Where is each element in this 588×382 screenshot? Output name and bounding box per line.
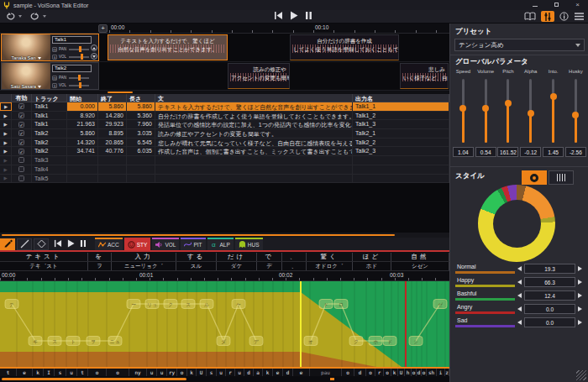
word-cell[interactable]: ほど — [353, 253, 391, 261]
pan-thumb[interactable] — [78, 75, 81, 81]
phoneme-cell[interactable]: d — [244, 369, 254, 376]
maximize-icon[interactable] — [554, 2, 559, 8]
phoneme-cell[interactable]: i — [437, 369, 445, 376]
phoneme-cell[interactable]: u — [235, 369, 244, 376]
increase-arrow[interactable] — [578, 306, 582, 311]
decrease-arrow[interactable] — [517, 266, 522, 271]
track-up-button[interactable] — [91, 44, 97, 51]
table-row[interactable]: ▶Talk5 — [0, 175, 449, 184]
phoneme-cell[interactable]: u — [66, 369, 77, 376]
word-cell[interactable]: を — [88, 253, 112, 261]
timeline-clip[interactable]: 悲しみいく様子など、自由 — [400, 63, 449, 89]
preset-dropdown[interactable]: テンション高め — [454, 39, 585, 51]
row-play-button[interactable]: ▶ — [0, 175, 12, 183]
info-icon[interactable] — [559, 12, 570, 22]
tab-hus[interactable]: HUS — [235, 238, 263, 250]
phoneme-cell[interactable]: s — [55, 369, 66, 376]
style-value[interactable]: 0.0 — [524, 304, 575, 314]
table-row[interactable]: ▶✓Talk18.92014.2805.360自分だけの辞書を作成してよく使う単… — [0, 112, 449, 121]
word-cell[interactable]: 入力 — [112, 253, 176, 261]
phoneme-cell[interactable]: a — [254, 369, 263, 376]
track-header[interactable]: Tanaka SanTalk1mPANsVOL — [1, 34, 99, 61]
donut-view-button[interactable] — [522, 170, 547, 185]
increase-arrow[interactable] — [578, 266, 582, 271]
enabled-checkbox[interactable]: ✓ — [12, 139, 32, 147]
word-cell[interactable]: で — [257, 253, 282, 261]
param-value[interactable]: -0.12 — [520, 147, 541, 157]
pan-thumb[interactable] — [79, 46, 81, 52]
param-value[interactable]: 1.45 — [543, 147, 564, 157]
phoneme-cell[interactable]: o — [88, 369, 107, 376]
param-value[interactable]: -2.56 — [565, 147, 586, 157]
enabled-checkbox[interactable] — [12, 175, 32, 183]
reading-cell[interactable]: テキ゛スト — [0, 262, 88, 270]
param-value[interactable]: 0.54 — [475, 147, 496, 157]
row-play-button[interactable]: ▶ — [0, 139, 12, 147]
phoneme-cell[interactable]: k — [187, 369, 197, 376]
slider-thumb[interactable] — [550, 93, 557, 100]
style-value[interactable]: 19.3 — [524, 264, 575, 274]
phoneme-cell[interactable]: r — [375, 369, 384, 376]
dictionary-book-icon[interactable] — [523, 12, 537, 22]
reading-cell[interactable]: 、 — [282, 262, 307, 270]
phoneme-cell[interactable]: s — [207, 369, 217, 376]
enabled-checkbox[interactable]: ✓ — [12, 102, 32, 111]
vol-thumb[interactable] — [79, 82, 81, 88]
word-cell[interactable]: 、 — [282, 253, 307, 261]
tuning-sliders-icon[interactable] — [541, 11, 554, 22]
phoneme-cell[interactable]: e — [17, 369, 33, 376]
row-play-button[interactable]: ▶ — [0, 147, 12, 155]
undo-icon[interactable] — [5, 12, 16, 22]
table-row[interactable]: ▶✓Talk214.32020.8656.545悲しみが晴れて元気になっていく様… — [0, 139, 449, 148]
phoneme-cell[interactable]: o — [366, 369, 375, 376]
editor-skip-start-icon[interactable] — [54, 239, 62, 249]
phoneme-cell[interactable]: o — [384, 369, 391, 376]
row-play-button[interactable]: ▶ — [0, 112, 12, 120]
phoneme-cell[interactable]: t — [77, 369, 88, 376]
table-row[interactable]: ▶✓Talk10.0005.8605.860テキストを入力するだけで、驚くほど自… — [0, 102, 449, 112]
slider-thumb[interactable] — [505, 100, 512, 107]
play-icon[interactable] — [290, 11, 298, 22]
reading-cell[interactable]: ヲ — [88, 262, 112, 270]
slider-thumb[interactable] — [572, 112, 579, 118]
track-name-box[interactable]: Talk1 — [52, 36, 92, 44]
table-row[interactable]: ▶✓Talk121.96329.9237.960発話単位での感情比率の設定に加え… — [0, 120, 449, 129]
reading-cell[interactable]: ホド — [353, 262, 391, 270]
timeline-clip[interactable]: 読みの修正やアクセントの変更も簡単です。 — [228, 63, 290, 89]
editor-play-icon[interactable] — [67, 239, 75, 249]
redo-history-caret[interactable] — [43, 15, 46, 18]
phoneme-cell[interactable]: U — [197, 369, 207, 376]
phoneme-cell[interactable]: u — [217, 369, 226, 376]
close-icon[interactable]: × — [575, 2, 580, 8]
style-value[interactable]: 0.0 — [524, 317, 575, 327]
phoneme-cell[interactable]: o — [177, 369, 187, 376]
enabled-checkbox[interactable]: ✓ — [12, 147, 32, 155]
track-name-box[interactable]: Talk2 — [52, 65, 92, 72]
mute-button[interactable]: m — [52, 76, 57, 81]
row-play-button[interactable]: ▶ — [0, 165, 12, 174]
track-header[interactable]: Sato SasaraTalk2mPANsVOL — [1, 62, 99, 90]
enabled-checkbox[interactable] — [12, 156, 32, 165]
word-cell[interactable]: 驚く — [307, 253, 353, 261]
style-value[interactable]: 12.4 — [524, 290, 575, 301]
vol-slider[interactable] — [69, 54, 89, 60]
decrease-arrow[interactable] — [517, 280, 522, 285]
bars-view-button[interactable] — [549, 170, 574, 185]
phoneme-cell[interactable]: ry — [167, 369, 177, 376]
style-value[interactable]: 66.3 — [524, 277, 575, 287]
decrease-arrow[interactable] — [517, 306, 522, 311]
reading-cell[interactable]: ダケ — [217, 262, 257, 270]
solo-button[interactable]: s — [52, 83, 57, 88]
row-play-button[interactable]: ▶ — [0, 102, 12, 111]
phoneme-cell[interactable]: pau — [310, 369, 342, 376]
enabled-checkbox[interactable] — [12, 165, 32, 174]
redo-icon[interactable] — [29, 12, 40, 22]
timeline-scrollbar-thumb[interactable] — [108, 92, 133, 93]
phoneme-cell[interactable]: I — [44, 369, 55, 376]
timeline-clip[interactable]: テキストを入力するだけで、驚くほど自然な音声を創り出すことができます。 — [108, 34, 228, 60]
vol-slider[interactable] — [69, 82, 89, 88]
table-row[interactable]: ▶Talk3 — [0, 156, 449, 165]
phoneme-cell[interactable]: d — [283, 369, 293, 376]
tab-alp[interactable]: αALP — [207, 238, 234, 250]
param-slider[interactable] — [542, 77, 564, 144]
